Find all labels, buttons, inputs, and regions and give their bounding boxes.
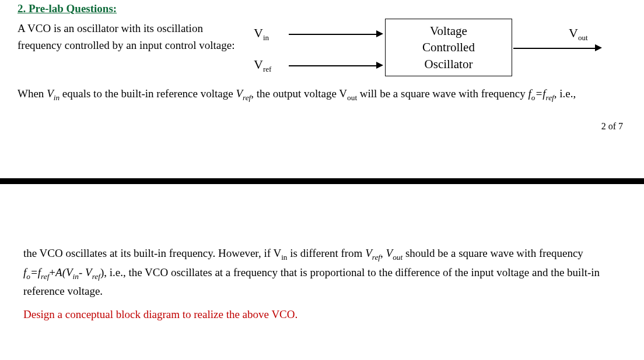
- p1-fref-sub: ref: [545, 93, 554, 102]
- p2-e: +: [49, 266, 55, 278]
- arrow-vout-line: [513, 48, 595, 49]
- p2-fref-sub: ref: [41, 272, 49, 281]
- page-1: 2. Pre-lab Questions: A VCO is an oscill…: [0, 0, 644, 143]
- p1-eq: =: [535, 87, 542, 100]
- page-divider: [0, 178, 644, 184]
- arrow-vin-line: [289, 34, 376, 35]
- vco-box: Voltage Controlled Oscillator: [385, 19, 512, 76]
- p2-c: ,: [380, 247, 386, 259]
- vco-block-diagram: Vin Vref Voltage Controlled Oscillator V…: [245, 19, 612, 83]
- paragraph-1: When Vin equals to the built-in referenc…: [18, 85, 626, 104]
- p2-vout-sub: out: [393, 253, 402, 262]
- page-2: the VCO oscillates at its built-in frequ…: [0, 184, 644, 334]
- vco-box-line3: Oscillator: [402, 56, 495, 72]
- design-instruction: Design a conceptual block diagram to rea…: [23, 306, 621, 323]
- p2-vout: V: [386, 247, 393, 259]
- vref-sub: ref: [263, 65, 271, 73]
- vout-sub: out: [578, 33, 588, 42]
- arrow-vout-head: [595, 44, 602, 51]
- vref-label: Vref: [254, 57, 271, 74]
- top-row: A VCO is an oscillator with its oscillat…: [18, 19, 626, 83]
- vin-sub: in: [263, 33, 269, 42]
- p2-h: ), i.e., the VCO oscillates at a frequen…: [23, 266, 600, 297]
- p1-vin: V: [47, 87, 54, 100]
- p1-vin-sub: in: [54, 93, 60, 102]
- vco-box-line2: Controlled: [402, 39, 495, 55]
- p2-a: the VCO oscillates at its built-in frequ…: [23, 247, 281, 259]
- p2-vin2-sub: in: [73, 272, 79, 281]
- p1-vref: V: [236, 87, 243, 100]
- p2-g: -: [79, 266, 85, 278]
- arrow-vref-head: [376, 62, 383, 69]
- section-heading: 2. Pre-lab Questions:: [18, 2, 626, 15]
- p2-d: should be a square wave with frequency: [402, 247, 583, 259]
- vref-v: V: [254, 57, 263, 72]
- p1-vref-sub: ref: [243, 93, 251, 102]
- vout-label: Vout: [569, 26, 588, 43]
- vin-label: Vin: [254, 26, 269, 43]
- p2-eq: =: [30, 266, 38, 278]
- vin-v: V: [254, 26, 263, 40]
- p2-vin-sub: in: [281, 253, 287, 262]
- intro-paragraph: A VCO is an oscillator with its oscillat…: [18, 19, 245, 54]
- arrow-vref-line: [289, 65, 376, 66]
- arrow-vin-head: [376, 30, 383, 37]
- p1-b: equals to the built-in reference voltage: [60, 87, 236, 100]
- paragraph-2: the VCO oscillates at its built-in frequ…: [23, 245, 621, 299]
- p1-c: , the output voltage V: [251, 87, 347, 100]
- p2-f: A(V: [55, 266, 73, 278]
- p2-vref2-sub: ref: [92, 272, 100, 281]
- p2-vref2: V: [85, 266, 92, 278]
- p2-b: is different from: [287, 247, 365, 259]
- p1-d: will be a square wave with frequency: [357, 87, 528, 100]
- p1-vout-sub: out: [347, 93, 357, 102]
- p2-vref-sub: ref: [372, 253, 380, 262]
- p2-vref: V: [365, 247, 372, 259]
- p2-fo-sub: o: [26, 272, 30, 281]
- page-number: 2 of 7: [18, 121, 626, 132]
- p1-e: , i.e.,: [554, 87, 576, 100]
- vco-box-line1: Voltage: [402, 23, 495, 39]
- p1-a: When: [18, 87, 47, 100]
- vout-v: V: [569, 26, 578, 40]
